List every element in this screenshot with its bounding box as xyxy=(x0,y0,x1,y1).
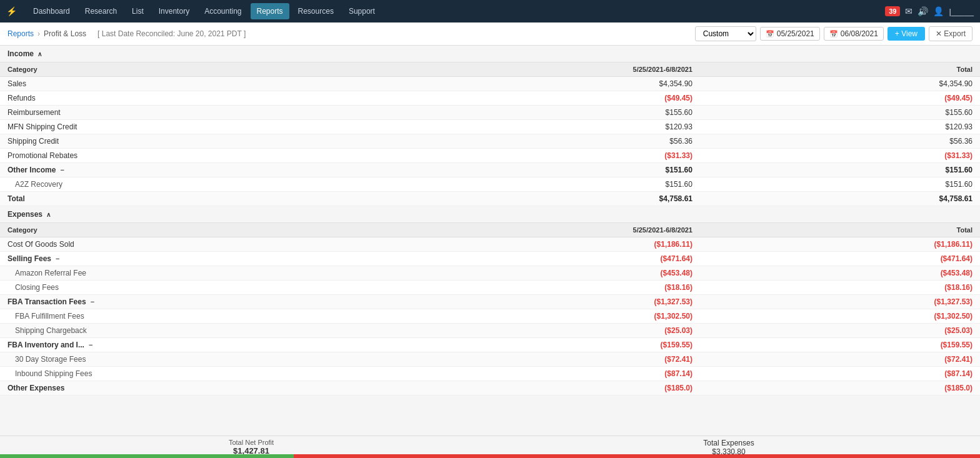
expenses-date-cell: ($25.03) xyxy=(327,324,700,338)
breadcrumb-bar: Reports › Profit & Loss [ Last Date Reco… xyxy=(0,22,980,46)
income-category-header: Category xyxy=(0,62,327,77)
nav-item-list[interactable]: List xyxy=(126,3,150,19)
expenses-category-header: Category xyxy=(0,223,327,237)
expenses-table: Category 5/25/2021-6/8/2021 Total Cost O… xyxy=(0,223,980,396)
income-table-row: A2Z Recovery$151.60$151.60 xyxy=(0,177,980,192)
notification-badge[interactable]: 39 xyxy=(885,6,900,16)
nav-menu: Dashboard Research List Inventory Accoun… xyxy=(27,3,885,19)
income-date-cell: ($49.45) xyxy=(327,91,700,106)
start-date-input[interactable]: 📅 05/25/2021 xyxy=(760,27,820,41)
income-table-row: Refunds($49.45)($49.45) xyxy=(0,91,980,106)
breadcrumb-reports[interactable]: Reports xyxy=(8,29,34,38)
expenses-total-cell: ($1,302.50) xyxy=(700,309,980,324)
expenses-total-cell: ($185.0) xyxy=(700,381,980,396)
income-date-cell: ($31.33) xyxy=(327,149,700,163)
expenses-table-row: Other Expenses($185.0)($185.0) xyxy=(0,381,980,396)
income-total-cell: ($31.33) xyxy=(700,149,980,163)
expenses-date-cell: ($18.16) xyxy=(327,281,700,295)
income-total-cell: ($49.45) xyxy=(700,91,980,106)
expenses-category-cell: Selling Fees − xyxy=(0,252,327,266)
expenses-table-row: Selling Fees −($471.64)($471.64) xyxy=(0,252,980,266)
income-date-cell: $56.36 xyxy=(327,134,700,149)
income-total-cell: $56.36 xyxy=(700,134,980,149)
income-date-header: 5/25/2021-6/8/2021 xyxy=(327,62,700,77)
expenses-total-header: Total xyxy=(700,223,980,237)
breadcrumb-profit-loss: Profit & Loss xyxy=(44,29,86,38)
expenses-date-cell: ($471.64) xyxy=(327,252,700,266)
expenses-total-cell: ($25.03) xyxy=(700,324,980,338)
nav-item-reports[interactable]: Reports xyxy=(251,3,289,19)
expenses-date-cell: ($1,186.11) xyxy=(327,237,700,252)
expenses-date-cell: ($453.48) xyxy=(327,266,700,281)
username-display: |_____ xyxy=(949,7,974,16)
income-total-cell: $120.93 xyxy=(700,120,980,134)
income-table: Category 5/25/2021-6/8/2021 Total Sales$… xyxy=(0,62,980,206)
income-date-cell: $120.93 xyxy=(327,120,700,134)
expenses-table-row: FBA Inventory and I... −($159.55)($159.5… xyxy=(0,338,980,352)
expenses-section-header: Expenses ∧ xyxy=(0,206,980,223)
income-section-header: Income ∧ xyxy=(0,46,980,62)
income-table-row: Promotional Rebates($31.33)($31.33) xyxy=(0,149,980,163)
income-category-cell: A2Z Recovery xyxy=(0,177,327,192)
toggle-icon[interactable]: − xyxy=(87,341,92,349)
income-category-cell: Sales xyxy=(0,77,327,91)
breadcrumb-separator-1: › xyxy=(38,29,40,38)
export-button[interactable]: ✕ Export xyxy=(929,26,972,41)
income-total-label: Total xyxy=(0,192,327,206)
income-table-row: MFN Shipping Credit$120.93$120.93 xyxy=(0,120,980,134)
expenses-title: Expenses xyxy=(8,210,42,219)
income-category-cell: Refunds xyxy=(0,91,327,106)
expenses-total-cell: ($18.16) xyxy=(700,281,980,295)
expenses-total-cell: ($87.14) xyxy=(700,367,980,381)
expenses-total-cell: ($1,327.53) xyxy=(700,295,980,309)
income-category-cell: MFN Shipping Credit xyxy=(0,120,327,134)
expenses-table-row: Shipping Chargeback($25.03)($25.03) xyxy=(0,324,980,338)
expenses-date-cell: ($159.55) xyxy=(327,338,700,352)
nav-item-accounting[interactable]: Accounting xyxy=(198,3,248,19)
expenses-total-cell: ($471.64) xyxy=(700,252,980,266)
nav-item-dashboard[interactable]: Dashboard xyxy=(27,3,76,19)
income-date-cell: $151.60 xyxy=(327,177,700,192)
income-table-row: Reimbursement$155.60$155.60 xyxy=(0,106,980,120)
expenses-date-cell: ($87.14) xyxy=(327,367,700,381)
nav-right-icons: 39 ✉ 🔊 👤 |_____ xyxy=(885,6,974,16)
expenses-collapse-icon[interactable]: ∧ xyxy=(46,211,51,218)
expenses-table-row: Amazon Referral Fee($453.48)($453.48) xyxy=(0,266,980,281)
income-table-row: Sales$4,354.90$4,354.90 xyxy=(0,77,980,91)
toggle-icon[interactable]: − xyxy=(58,166,64,174)
expenses-table-row: FBA Transaction Fees −($1,327.53)($1,327… xyxy=(0,295,980,309)
expenses-date-cell: ($185.0) xyxy=(327,381,700,396)
toggle-icon[interactable]: − xyxy=(54,255,59,262)
expenses-category-cell: FBA Transaction Fees − xyxy=(0,295,327,309)
calendar-start-icon: 📅 xyxy=(766,30,774,38)
expenses-category-cell: Closing Fees xyxy=(0,281,327,295)
end-date-input[interactable]: 📅 06/08/2021 xyxy=(824,27,884,41)
user-icon[interactable]: 👤 xyxy=(933,6,944,16)
income-title: Income xyxy=(8,49,34,58)
income-category-cell: Shipping Credit xyxy=(0,134,327,149)
nav-item-research[interactable]: Research xyxy=(79,3,123,19)
start-date-value: 05/25/2021 xyxy=(777,29,814,38)
toggle-icon[interactable]: − xyxy=(89,298,94,306)
income-collapse-icon[interactable]: ∧ xyxy=(38,51,42,57)
nav-item-resources[interactable]: Resources xyxy=(292,3,340,19)
view-button[interactable]: + View xyxy=(888,27,925,41)
income-table-row: Shipping Credit$56.36$56.36 xyxy=(0,134,980,149)
expenses-category-cell: 30 Day Storage Fees xyxy=(0,352,327,367)
income-date-cell: $151.60 xyxy=(327,163,700,177)
expenses-category-cell: FBA Inventory and I... − xyxy=(0,338,327,352)
expenses-category-cell: Inbound Shipping Fees xyxy=(0,367,327,381)
breadcrumb-date-info: [ Last Date Reconciled: June 20, 2021 PD… xyxy=(98,29,246,38)
expenses-date-cell: ($1,302.50) xyxy=(327,309,700,324)
nav-item-inventory[interactable]: Inventory xyxy=(152,3,196,19)
income-total-total: $4,758.61 xyxy=(700,192,980,206)
income-total-cell: $4,354.90 xyxy=(700,77,980,91)
volume-icon[interactable]: 🔊 xyxy=(918,6,928,16)
nav-item-support[interactable]: Support xyxy=(342,3,381,19)
expenses-total-cell: ($72.41) xyxy=(700,352,980,367)
income-category-cell: Promotional Rebates xyxy=(0,149,327,163)
mail-icon[interactable]: ✉ xyxy=(905,6,912,16)
expenses-total-cell: ($1,186.11) xyxy=(700,237,980,252)
expenses-total-cell: ($453.48) xyxy=(700,266,980,281)
period-select[interactable]: Custom Today Yesterday This Week Last We… xyxy=(695,26,756,41)
